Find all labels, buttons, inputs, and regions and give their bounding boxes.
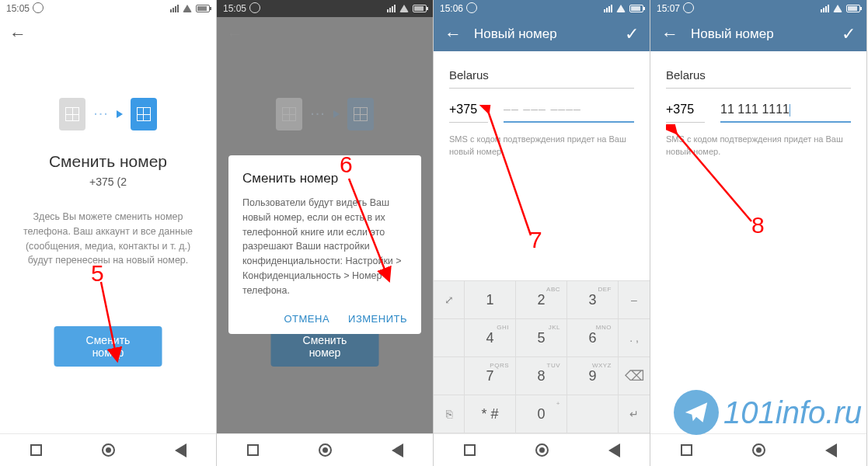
signal-icon: [604, 5, 612, 12]
current-phone: +375 (2: [0, 176, 216, 188]
page-title: Сменить номер: [0, 152, 216, 171]
sim-illustration: [0, 98, 216, 130]
header: ← Новый номер ✓: [650, 17, 866, 51]
clock: 15:05: [223, 3, 246, 14]
nav-home[interactable]: [102, 443, 115, 457]
nav-home[interactable]: [319, 443, 332, 457]
header-title: Новый номер: [474, 26, 612, 42]
telegram-icon: [674, 390, 719, 435]
screen-1: 15:05 ← Сменить номер +375 (2 Здесь Вы м…: [0, 0, 217, 466]
back-icon[interactable]: ←: [9, 24, 26, 44]
signal-icon: [387, 5, 396, 12]
key-6[interactable]: 6MNO: [567, 319, 619, 357]
confirm-button[interactable]: ИЗМЕНИТЬ: [348, 313, 407, 325]
wifi-icon: [616, 5, 626, 12]
key-2[interactable]: 2ABC: [516, 281, 567, 319]
confirm-dialog: Сменить номер Пользователи будут видеть …: [228, 155, 421, 334]
cancel-button[interactable]: ОТМЕНА: [284, 313, 329, 325]
key-5[interactable]: 5JKL: [516, 319, 567, 357]
key-comma[interactable]: . ,: [619, 319, 650, 357]
nav-recent[interactable]: [464, 444, 476, 456]
battery-icon: [413, 5, 427, 12]
status-bar: 15:05: [217, 0, 433, 17]
change-number-button[interactable]: Сменить номер: [54, 326, 162, 367]
key-minus[interactable]: –: [619, 281, 650, 319]
nav-bar: [217, 433, 433, 466]
kb-expand[interactable]: ⤢: [434, 281, 465, 319]
alarm-icon: [249, 2, 260, 16]
dialog-title: Сменить номер: [242, 171, 407, 186]
battery-icon: [846, 5, 860, 12]
key-9[interactable]: 9WXYZ: [567, 357, 619, 395]
key-7[interactable]: 7PQRS: [465, 357, 516, 395]
nav-back[interactable]: [825, 443, 837, 457]
battery-icon: [196, 5, 210, 12]
key-4[interactable]: 4GHI: [465, 319, 516, 357]
nav-recent[interactable]: [30, 444, 42, 456]
screen-3: 15:06 ← Новый номер ✓ Belarus +375 –– ––…: [434, 0, 650, 466]
sms-hint: SMS с кодом подтверждения придет на Ваш …: [449, 134, 634, 158]
status-bar: 15:06: [434, 0, 650, 17]
watermark: 101info.ru: [674, 390, 862, 435]
clock: 15:05: [6, 3, 30, 14]
screen-2: 15:05 ← Сменить номер Сменить номер Поль…: [217, 0, 434, 466]
clock: 15:07: [657, 3, 680, 14]
confirm-icon[interactable]: ✓: [842, 24, 856, 44]
nav-recent[interactable]: [247, 444, 259, 456]
nav-back[interactable]: [175, 443, 186, 457]
signal-icon: [821, 5, 829, 12]
header-title: Новый номер: [691, 26, 829, 42]
nav-recent[interactable]: [681, 444, 692, 456]
header: ← Новый номер ✓: [434, 17, 650, 51]
nav-bar: [434, 433, 650, 466]
country-code[interactable]: +375: [449, 103, 488, 123]
nav-home[interactable]: [535, 443, 549, 457]
back-icon[interactable]: ←: [661, 24, 678, 44]
description: Здесь Вы можете сменить номер телефона. …: [0, 210, 216, 268]
nav-home[interactable]: [752, 443, 765, 457]
clock: 15:06: [440, 3, 463, 14]
key-3[interactable]: 3DEF: [567, 281, 619, 319]
wifi-icon: [833, 5, 842, 12]
key-8[interactable]: 8TUV: [516, 357, 567, 395]
country-code[interactable]: +375: [666, 103, 705, 123]
status-bar: 15:05: [0, 0, 216, 17]
country-field[interactable]: Belarus: [449, 64, 634, 89]
wifi-icon: [399, 5, 409, 12]
back-icon[interactable]: ←: [226, 24, 243, 44]
alarm-icon: [683, 2, 694, 16]
nav-bar: [0, 433, 216, 466]
alarm-icon: [33, 2, 44, 16]
key-backspace[interactable]: ⌫: [619, 357, 650, 395]
confirm-icon[interactable]: ✓: [625, 24, 639, 44]
dialog-body: Пользователи будут видеть Ваш новый номе…: [242, 196, 407, 297]
kb-side2[interactable]: [434, 319, 465, 357]
key-enter[interactable]: ↵: [619, 395, 650, 433]
nav-bar: [650, 433, 866, 466]
sms-hint: SMS с кодом подтверждения придет на Ваш …: [666, 134, 851, 158]
key-star[interactable]: * #: [465, 395, 516, 433]
wifi-icon: [183, 5, 192, 12]
key-empty[interactable]: [567, 395, 619, 433]
status-icons: [170, 5, 210, 12]
nav-back[interactable]: [608, 443, 620, 457]
key-0[interactable]: 0+: [516, 395, 567, 433]
battery-icon: [629, 5, 643, 12]
header: ←: [217, 17, 433, 51]
kb-side3[interactable]: [434, 357, 465, 395]
annotation-7: 7: [529, 227, 542, 253]
phone-input[interactable]: –– ––– ––––: [504, 103, 634, 123]
kb-paste[interactable]: ⎘: [434, 395, 465, 433]
country-field[interactable]: Belarus: [666, 64, 851, 89]
status-bar: 15:07: [650, 0, 866, 17]
sim-illustration: [217, 98, 433, 130]
header: ←: [0, 17, 216, 51]
annotation-8: 8: [751, 212, 765, 238]
nav-back[interactable]: [392, 443, 403, 457]
back-icon[interactable]: ←: [444, 24, 462, 44]
numeric-keyboard: ⤢ 1 2ABC 3DEF – 4GHI 5JKL 6MNO . , 7PQRS…: [434, 280, 650, 433]
key-1[interactable]: 1: [465, 281, 516, 319]
alarm-icon: [466, 2, 477, 16]
phone-input[interactable]: 11 111 1111: [720, 103, 851, 123]
